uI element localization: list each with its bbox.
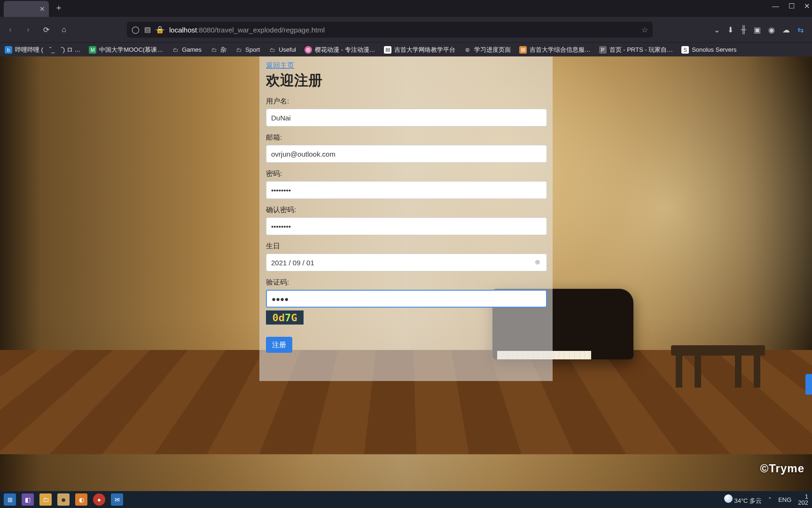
bookmark-label: 首页 - PRTS - 玩家自… [609, 46, 673, 54]
reload-button[interactable]: ⟳ [39, 23, 53, 36]
bookmarks-bar: b哔哩哔哩 ( ˇ_ゝˇ) ロ … M中国大学MOOC(慕课… 🗀Games 🗀… [0, 42, 812, 56]
bilibili-icon: b [5, 46, 12, 54]
windows-taskbar: ⊞ ◧ 🗀 ☻ ◐ ● ✉ 34°C 多云 ˄ ENG 1 202 [0, 491, 812, 508]
ime-indicator[interactable]: ENG [778, 496, 791, 503]
lock-icon[interactable]: 🔒 [156, 25, 164, 34]
start-button[interactable]: ⊞ [4, 493, 16, 506]
folder-icon: 🗀 [268, 46, 276, 54]
captcha-image[interactable]: 0d7G [266, 310, 304, 325]
username-input[interactable] [266, 109, 547, 127]
download-icon[interactable]: ⬇ [727, 25, 734, 34]
birthday-input[interactable] [266, 254, 547, 271]
bookmark-star-icon[interactable]: ☆ [641, 25, 648, 34]
new-tab-button[interactable]: ＋ [55, 2, 63, 13]
bookmark-label: Useful [279, 46, 296, 53]
browser-tab[interactable]: ✕ [4, 1, 49, 17]
bookmark-label: 吉首大学网络教学平台 [394, 46, 455, 54]
folder-icon: 🗀 [172, 46, 179, 54]
folder-icon: 🗀 [210, 46, 218, 54]
bookmark-label: 哔哩哔哩 ( ˇ_ゝˇ) ロ … [15, 46, 80, 54]
weather-icon [724, 494, 733, 503]
task-app-1[interactable]: ◧ [22, 493, 34, 506]
captcha-label: 验证码: [266, 278, 546, 287]
nav-toolbar: ‹ › ⟳ ⌂ ◯ ▤ 🔒 localhost:8080/travel_war_… [0, 17, 812, 42]
bookmark-bilibili[interactable]: b哔哩哔哩 ( ˇ_ゝˇ) ロ … [5, 46, 80, 54]
clock-line2: 202 [798, 499, 808, 506]
registration-form: 返回主页 欢迎注册 用户名: 邮箱: 密码: 确认密码: 生日 ⊗ 验证码: 0… [259, 56, 553, 381]
back-to-home-link[interactable]: 返回主页 [266, 61, 294, 69]
window-close-icon[interactable]: ✕ [804, 2, 810, 10]
permissions-icon[interactable]: ▤ [144, 25, 151, 34]
side-tab-button[interactable] [805, 374, 812, 395]
clear-date-icon[interactable]: ⊗ [535, 258, 540, 266]
page-icon: P [599, 46, 607, 54]
confirm-password-input[interactable] [266, 217, 547, 235]
bookmark-folder-useful[interactable]: 🗀Useful [268, 46, 296, 54]
username-label: 用户名: [266, 97, 546, 106]
task-app-2[interactable]: ☻ [57, 493, 70, 506]
url-host: localhost [169, 26, 197, 34]
bookmark-progress[interactable]: ◍学习进度页面 [464, 46, 511, 54]
weather-text: 34°C 多云 [734, 497, 762, 504]
shield-icon[interactable]: ◯ [132, 25, 140, 34]
password-input[interactable] [266, 181, 547, 199]
file-explorer-icon[interactable]: 🗀 [39, 493, 52, 506]
extension-icon[interactable]: ☁ [782, 25, 790, 34]
email-label: 邮箱: [266, 133, 546, 142]
mooc-icon: M [89, 46, 96, 54]
bookmark-folder-misc[interactable]: 🗀杂 [210, 46, 226, 54]
watermark: ©Tryme [760, 462, 804, 475]
bookmark-label: 中国大学MOOC(慕课… [99, 46, 163, 54]
bookmark-label: 樱花动漫 - 专注动漫… [315, 46, 375, 54]
bookmark-jsu-info[interactable]: ▤吉首大学综合信息服… [519, 46, 591, 54]
page-title: 欢迎注册 [266, 71, 546, 90]
record-icon[interactable]: ● [93, 493, 105, 506]
captcha-input[interactable] [266, 290, 547, 308]
url-port: :8080 [197, 26, 215, 34]
account-icon[interactable]: ◉ [768, 25, 775, 34]
bookmark-label: 杂 [220, 46, 226, 54]
bookmark-mooc[interactable]: M中国大学MOOC(慕课… [89, 46, 163, 54]
tab-strip: ✕ ＋ [0, 0, 812, 17]
bookmark-label: 学习进度页面 [474, 46, 511, 54]
tray-chevron-icon[interactable]: ˄ [768, 496, 772, 503]
globe-icon: ◍ [464, 46, 471, 54]
home-button[interactable]: ⌂ [57, 23, 70, 36]
bookmark-folder-games[interactable]: 🗀Games [172, 46, 202, 54]
page-content: ©Tryme 返回主页 欢迎注册 用户名: 邮箱: 密码: 确认密码: 生日 ⊗… [0, 56, 812, 491]
window-maximize-icon[interactable]: ☐ [789, 2, 795, 10]
sync-icon[interactable]: ⇆ [797, 25, 804, 34]
reader-icon[interactable]: ▣ [754, 25, 761, 34]
clock[interactable]: 1 202 [798, 493, 808, 506]
bookmark-label: 吉首大学综合信息服… [530, 46, 591, 54]
weather-widget[interactable]: 34°C 多云 [724, 494, 762, 505]
window-controls: — ☐ ✕ [772, 2, 810, 10]
back-button[interactable]: ‹ [4, 23, 17, 36]
task-app-3[interactable]: ◐ [75, 493, 87, 506]
globe-icon: ◍ [304, 46, 312, 54]
bookmark-folder-sport[interactable]: 🗀Sport [235, 46, 260, 54]
toolbar-right: ⌄ ⬇ ╫ ▣ ◉ ☁ ⇆ [709, 25, 808, 34]
window-minimize-icon[interactable]: — [772, 2, 779, 10]
bookmark-label: Sonolus Servers [692, 46, 736, 53]
bookmark-label: Sport [245, 46, 260, 53]
mail-icon[interactable]: ✉ [111, 493, 123, 506]
library-icon[interactable]: ╫ [741, 25, 746, 34]
bookmark-prts[interactable]: P首页 - PRTS - 玩家自… [599, 46, 673, 54]
bookmark-jsu-teach[interactable]: ▤吉首大学网络教学平台 [384, 46, 455, 54]
page-icon: ▤ [384, 46, 391, 54]
bookmark-sakura[interactable]: ◍樱花动漫 - 专注动漫… [304, 46, 375, 54]
page-icon: S [681, 46, 689, 54]
register-button[interactable]: 注册 [266, 337, 292, 353]
confirm-password-label: 确认密码: [266, 206, 546, 214]
page-icon: ▤ [519, 46, 527, 54]
pocket-icon[interactable]: ⌄ [714, 25, 720, 34]
url-bar[interactable]: ◯ ▤ 🔒 localhost:8080/travel_war_exploded… [127, 22, 653, 38]
password-label: 密码: [266, 169, 546, 178]
url-path: /travel_war_exploded/regpage.html [215, 26, 325, 34]
email-input[interactable] [266, 145, 547, 163]
close-icon[interactable]: ✕ [39, 5, 45, 13]
forward-button[interactable]: › [22, 23, 35, 36]
birthday-label: 生日 [266, 242, 546, 251]
bookmark-sonolus[interactable]: SSonolus Servers [681, 46, 736, 54]
